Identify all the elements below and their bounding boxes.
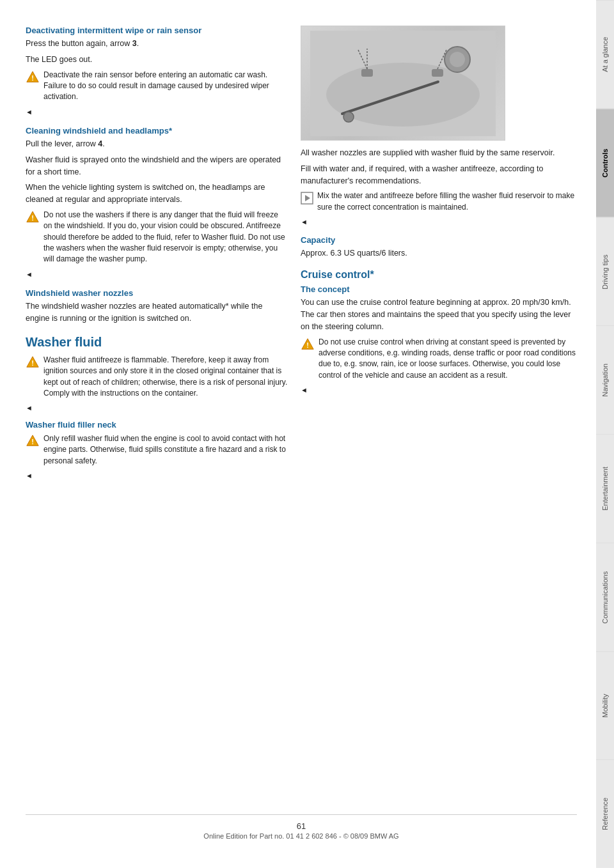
deactivating-text1: Press the button again, arrow 3. [26,38,288,50]
page-footer: 61 Online Edition for Part no. 01 41 2 6… [26,814,577,842]
windshield-washer-section: Windshield washer nozzles The windshield… [26,288,288,325]
washer-filler-warning: ! Only refill washer fluid when the engi… [26,433,288,467]
deactivating-heading: Deactivating intermittent wipe or rain s… [26,26,288,35]
cruise-control-warning: ! Do not use cruise control when driving… [301,337,577,382]
svg-text:!: ! [31,438,34,446]
page-number: 61 [26,821,577,831]
tab-driving-tips[interactable]: Driving tips [596,217,614,326]
washer-fluid-heading: Washer fluid [26,335,288,350]
right-text2: Fill with water and, if required, with a… [301,163,577,187]
tab-controls[interactable]: Controls [596,109,614,217]
tab-mobility[interactable]: Mobility [596,651,614,760]
arrow-3-label: 3 [132,39,137,48]
washer-fluid-warning: ! Washer fluid antifreeze is flammable. … [26,355,288,399]
image-content [301,26,505,140]
washer-filler-section: Washer fluid filler neck ! Only refill w… [26,420,288,481]
washer-filler-back-arrow: ◄ [26,470,288,481]
tab-bar: At a glance Controls Driving tips Naviga… [596,0,614,868]
deactivating-text2: The LED goes out. [26,54,288,66]
capacity-heading: Capacity [301,235,577,245]
cleaning-text2: Washer fluid is sprayed onto the windshi… [26,154,288,178]
svg-text:!: ! [31,214,34,222]
note-text: Mix the water and antifreeze before fill… [317,190,577,213]
svg-marker-20 [305,195,310,201]
deactivating-warning-text: Deactivate the rain sensor before enteri… [43,70,288,103]
warning-triangle-icon-3: ! [26,355,40,369]
tab-navigation[interactable]: Navigation [596,325,614,434]
svg-rect-11 [432,69,443,77]
cruise-back-arrow: ◄ [301,385,577,396]
tab-entertainment[interactable]: Entertainment [596,434,614,543]
svg-point-13 [450,52,465,67]
note-back-arrow: ◄ [301,217,577,228]
left-column: Deactivating intermittent wipe or rain s… [26,26,288,802]
right-text1: All washer nozzles are supplied with was… [301,147,577,159]
tab-reference[interactable]: Reference [596,759,614,868]
washer-filler-heading: Washer fluid filler neck [26,420,288,430]
warning-triangle-icon-5: ! [301,337,315,352]
concept-text: You can use the cruise control feature b… [301,297,577,332]
washer-nozzle-image [301,26,505,141]
deactivating-back-arrow: ◄ [26,107,288,118]
svg-text:!: ! [31,359,34,366]
cleaning-text3: When the vehicle lighting system is swit… [26,182,288,206]
svg-point-18 [343,112,354,122]
right-column: All washer nozzles are supplied with was… [301,26,577,802]
cleaning-back-arrow: ◄ [26,269,288,280]
cruise-control-section: Cruise control* The concept You can use … [301,269,577,395]
cleaning-heading: Cleaning windshield and headlamps* [26,126,288,136]
concept-heading: The concept [301,284,577,294]
washer-diagram-svg [310,31,496,136]
windshield-washer-text: The windshield washer nozzles are heated… [26,300,288,325]
windshield-washer-heading: Windshield washer nozzles [26,288,288,298]
tab-at-a-glance[interactable]: At a glance [596,0,614,109]
cleaning-warning: ! Do not use the washers if there is any… [26,210,288,265]
deactivating-section: Deactivating intermittent wipe or rain s… [26,26,288,117]
footer-text: Online Edition for Part no. 01 41 2 602 … [26,832,577,840]
cleaning-text1: Pull the lever, arrow 4. [26,138,288,150]
tab-communications[interactable]: Communications [596,543,614,651]
note-play-icon [301,192,313,205]
capacity-section: Capacity Approx. 6.3 US quarts/6 liters. [301,235,577,260]
warning-triangle-icon: ! [26,70,40,84]
note-block: Mix the water and antifreeze before fill… [301,190,577,213]
main-content: Deactivating intermittent wipe or rain s… [0,0,596,868]
warning-triangle-icon-2: ! [26,210,40,224]
washer-fluid-warning-text: Washer fluid antifreeze is flammable. Th… [43,355,288,399]
svg-text:!: ! [31,74,34,81]
deactivating-warning: ! Deactivate the rain sensor before ente… [26,70,288,103]
warning-triangle-icon-4: ! [26,434,40,448]
cleaning-section: Cleaning windshield and headlamps* Pull … [26,126,288,279]
cleaning-warning-text: Do not use the washers if there is any d… [43,210,288,265]
washer-fluid-back-arrow: ◄ [26,403,288,414]
svg-rect-10 [361,69,373,77]
washer-filler-warning-text: Only refill washer fluid when the engine… [43,433,288,467]
cruise-control-heading: Cruise control* [301,269,577,281]
arrow-4-label: 4 [98,139,102,148]
capacity-text: Approx. 6.3 US quarts/6 liters. [301,247,577,260]
cruise-control-warning-text: Do not use cruise control when driving a… [319,337,577,382]
svg-text:!: ! [306,341,309,348]
